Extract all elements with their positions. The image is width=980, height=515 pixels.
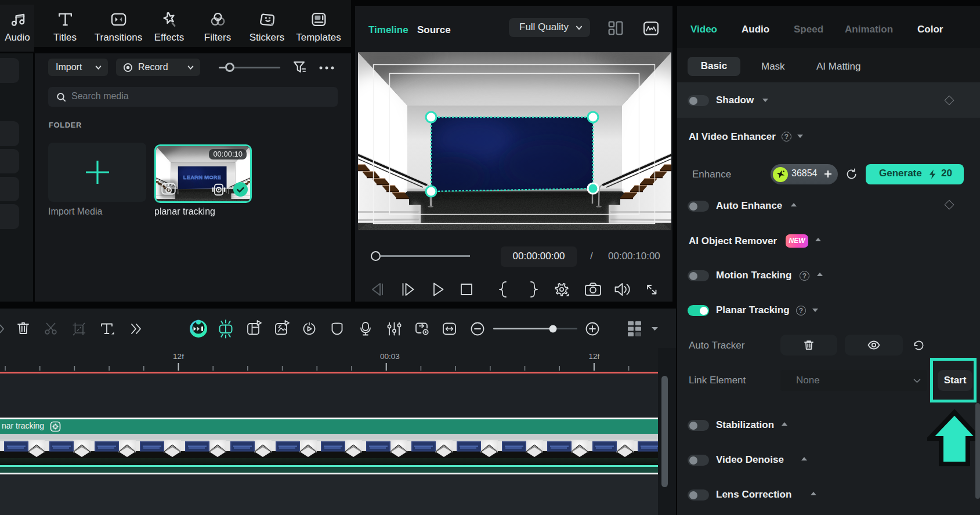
svg-text:LEARN MORE: LEARN MORE	[183, 173, 221, 180]
svg-text:12f: 12f	[589, 352, 600, 361]
svg-text:00:03: 00:03	[380, 352, 400, 361]
svg-text:12f: 12f	[173, 352, 184, 361]
